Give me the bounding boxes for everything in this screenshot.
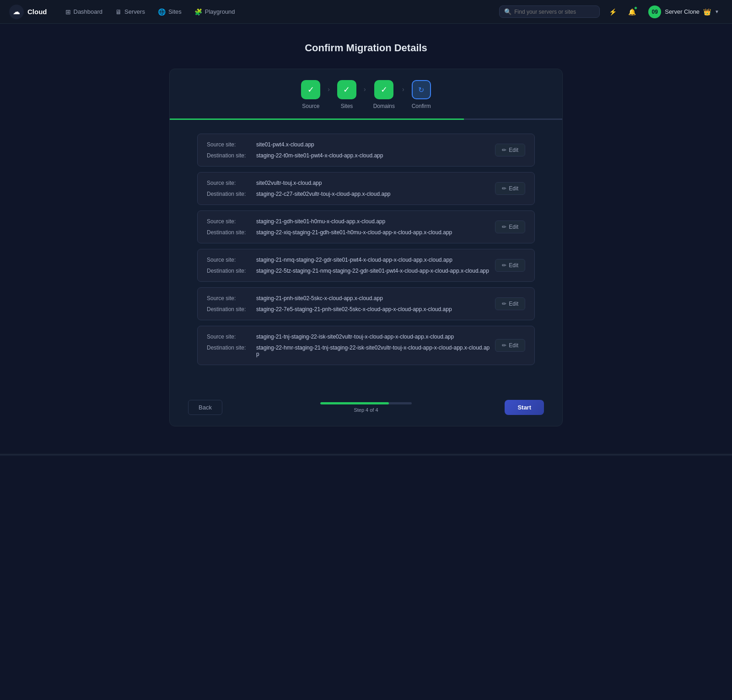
edit-button-2[interactable]: ✏ Edit bbox=[495, 182, 525, 195]
dest-value-4: staging-22-5tz-staging-21-nmq-staging-22… bbox=[256, 268, 489, 274]
site-info-6: Source site: staging-21-tnj-staging-22-i… bbox=[207, 334, 490, 357]
site-row-dest-6: Destination site: staging-22-hmr-staging… bbox=[207, 345, 490, 357]
source-label-3: Source site: bbox=[207, 218, 253, 225]
step-sites-label: Sites bbox=[341, 103, 353, 109]
notification-dot bbox=[634, 6, 637, 10]
step-sites: ✓ Sites bbox=[337, 80, 356, 109]
step-arrow-3: › bbox=[402, 86, 404, 93]
edit-button-5[interactable]: ✏ Edit bbox=[495, 297, 525, 310]
edit-button-3[interactable]: ✏ Edit bbox=[495, 221, 525, 233]
search-bar[interactable]: 🔍 bbox=[499, 5, 600, 18]
site-row-dest-3: Destination site: staging-22-xiq-staging… bbox=[207, 229, 490, 236]
source-value-1: site01-pwt4.x-cloud.app bbox=[256, 141, 314, 148]
dest-label-2: Destination site: bbox=[207, 191, 253, 197]
top-nav: ☁ Cloud ⊞ Dashboard 🖥 Servers 🌐 Sites 🧩 … bbox=[0, 0, 732, 24]
site-info-1: Source site: site01-pwt4.x-cloud.app Des… bbox=[207, 141, 490, 159]
nav-servers[interactable]: 🖥 Servers bbox=[110, 5, 151, 18]
steps-header: ✓ Source › ✓ Sites › ✓ Domains › ↻ Confi… bbox=[170, 69, 562, 109]
edit-button-6[interactable]: ✏ Edit bbox=[495, 339, 525, 352]
dest-value-5: staging-22-7e5-staging-21-pnh-site02-5sk… bbox=[256, 306, 452, 312]
site-info-2: Source site: site02vultr-touj.x-cloud.ap… bbox=[207, 180, 490, 197]
source-value-5: staging-21-pnh-site02-5skc-x-cloud-app.x… bbox=[256, 295, 383, 302]
step-source-circle: ✓ bbox=[301, 80, 320, 99]
sites-icon: 🌐 bbox=[158, 8, 166, 16]
wizard-card: ✓ Source › ✓ Sites › ✓ Domains › ↻ Confi… bbox=[169, 69, 563, 426]
site-row-dest-2: Destination site: staging-22-c27-site02v… bbox=[207, 191, 490, 197]
step-domains-label: Domains bbox=[373, 103, 395, 109]
avatar: 09 bbox=[648, 5, 661, 18]
dest-label-6: Destination site: bbox=[207, 345, 253, 351]
step-domains: ✓ Domains bbox=[373, 80, 395, 109]
nav-icon-group: ⚡ 🔔 bbox=[605, 5, 639, 19]
edit-button-4[interactable]: ✏ Edit bbox=[495, 259, 525, 272]
dest-label-5: Destination site: bbox=[207, 306, 253, 312]
source-label-1: Source site: bbox=[207, 141, 253, 148]
site-row-source-1: Source site: site01-pwt4.x-cloud.app bbox=[207, 141, 490, 148]
nav-dashboard[interactable]: ⊞ Dashboard bbox=[60, 5, 108, 18]
nav-playground[interactable]: 🧩 Playground bbox=[189, 5, 241, 18]
site-row-dest-5: Destination site: staging-22-7e5-staging… bbox=[207, 306, 490, 312]
step-sites-circle: ✓ bbox=[337, 80, 356, 99]
source-value-2: site02vultr-touj.x-cloud.app bbox=[256, 180, 322, 186]
dest-value-6: staging-22-hmr-staging-21-tnj-staging-22… bbox=[256, 345, 490, 357]
source-label-5: Source site: bbox=[207, 295, 253, 302]
site-row-source-5: Source site: staging-21-pnh-site02-5skc-… bbox=[207, 295, 490, 302]
site-card-1: Source site: site01-pwt4.x-cloud.app Des… bbox=[197, 134, 535, 167]
source-label-4: Source site: bbox=[207, 257, 253, 263]
user-name: Server Clone bbox=[665, 8, 700, 15]
step-confirm-circle: ↻ bbox=[412, 80, 431, 99]
step-source: ✓ Source bbox=[301, 80, 320, 109]
playground-icon: 🧩 bbox=[194, 8, 202, 16]
site-row-dest-1: Destination site: staging-22-t0m-site01-… bbox=[207, 152, 490, 159]
logo[interactable]: ☁ Cloud bbox=[9, 5, 47, 19]
logo-icon: ☁ bbox=[9, 5, 24, 19]
edit-icon-4: ✏ bbox=[502, 262, 506, 269]
step-source-label: Source bbox=[302, 103, 319, 109]
wizard-body: Source site: site01-pwt4.x-cloud.app Des… bbox=[170, 120, 562, 389]
edit-button-1[interactable]: ✏ Edit bbox=[495, 144, 525, 156]
progress-label: Step 4 of 4 bbox=[354, 407, 378, 413]
user-menu[interactable]: 09 Server Clone 👑 ▼ bbox=[645, 4, 723, 20]
step-arrow-1: › bbox=[328, 86, 330, 93]
site-card-5: Source site: staging-21-pnh-site02-5skc-… bbox=[197, 287, 535, 320]
site-card-6: Source site: staging-21-tnj-staging-22-i… bbox=[197, 326, 535, 365]
dest-label-3: Destination site: bbox=[207, 229, 253, 236]
crown-icon: 👑 bbox=[703, 8, 711, 16]
nav-sites[interactable]: 🌐 Sites bbox=[152, 5, 187, 18]
site-row-source-3: Source site: staging-21-gdh-site01-h0mu-… bbox=[207, 218, 490, 225]
source-value-4: staging-21-nmq-staging-22-gdr-site01-pwt… bbox=[256, 257, 452, 263]
start-button[interactable]: Start bbox=[505, 400, 544, 415]
site-info-4: Source site: staging-21-nmq-staging-22-g… bbox=[207, 257, 490, 274]
dest-value-2: staging-22-c27-site02vultr-touj-x-cloud-… bbox=[256, 191, 390, 197]
edit-icon-1: ✏ bbox=[502, 147, 506, 153]
servers-icon: 🖥 bbox=[115, 8, 122, 16]
search-input[interactable] bbox=[514, 9, 595, 15]
page-title: Confirm Migration Details bbox=[169, 42, 563, 54]
notification-icon-btn[interactable]: 🔔 bbox=[624, 5, 639, 19]
site-row-dest-4: Destination site: staging-22-5tz-staging… bbox=[207, 268, 490, 274]
edit-icon-2: ✏ bbox=[502, 185, 506, 192]
progress-bar bbox=[320, 402, 412, 404]
back-button[interactable]: Back bbox=[188, 400, 222, 415]
wizard-footer: Back Step 4 of 4 Start bbox=[170, 389, 562, 426]
bottom-bar bbox=[0, 454, 732, 456]
step-domains-circle: ✓ bbox=[374, 80, 393, 99]
site-info-5: Source site: staging-21-pnh-site02-5skc-… bbox=[207, 295, 490, 312]
chevron-down-icon: ▼ bbox=[715, 9, 719, 14]
activity-icon-btn[interactable]: ⚡ bbox=[605, 5, 620, 19]
dest-value-1: staging-22-t0m-site01-pwt4-x-cloud-app.x… bbox=[256, 152, 383, 159]
source-label-6: Source site: bbox=[207, 334, 253, 340]
edit-icon-6: ✏ bbox=[502, 342, 506, 349]
dest-label-4: Destination site: bbox=[207, 268, 253, 274]
edit-icon-5: ✏ bbox=[502, 301, 506, 307]
search-icon: 🔍 bbox=[504, 8, 511, 15]
source-value-3: staging-21-gdh-site01-h0mu-x-cloud-app.x… bbox=[256, 218, 385, 225]
dest-value-3: staging-22-xiq-staging-21-gdh-site01-h0m… bbox=[256, 229, 452, 236]
site-card-2: Source site: site02vultr-touj.x-cloud.ap… bbox=[197, 172, 535, 205]
progress-fill bbox=[320, 402, 389, 404]
site-info-3: Source site: staging-21-gdh-site01-h0mu-… bbox=[207, 218, 490, 236]
step-arrow-2: › bbox=[364, 86, 366, 93]
site-row-source-6: Source site: staging-21-tnj-staging-22-i… bbox=[207, 334, 490, 340]
site-card-4: Source site: staging-21-nmq-staging-22-g… bbox=[197, 249, 535, 282]
step-confirm: ↻ Confirm bbox=[412, 80, 431, 109]
